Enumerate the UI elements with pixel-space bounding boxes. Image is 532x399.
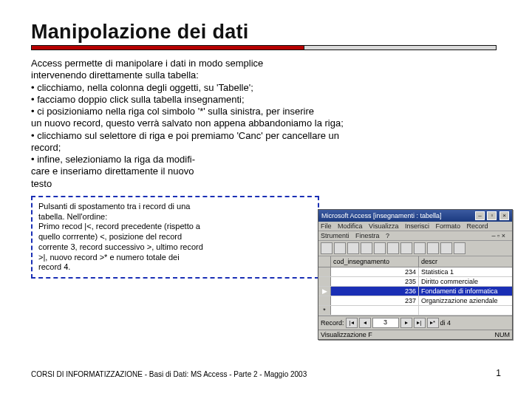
cell-descr[interactable]: Diritto commerciale: [419, 277, 512, 286]
access-window: Microsoft Access [insegnamenti : tabella…: [318, 209, 513, 340]
bullet-2: • facciamo doppio click sulla tabella in…: [31, 94, 489, 106]
menu-file[interactable]: File: [321, 222, 332, 230]
col-header-descr[interactable]: descr: [419, 256, 512, 267]
cell-descr[interactable]: Organizzazione aziendale: [419, 296, 512, 305]
nav-callout: Pulsanti di spostamento tra i record di …: [31, 196, 319, 279]
callout-l6: >|, nuovo record >* e numero totale dei: [38, 253, 312, 263]
callout-l5: corrente 3, record successivo >, ultimo …: [38, 242, 312, 253]
access-toolbar[interactable]: [318, 241, 512, 256]
cell-descr[interactable]: Statistica 1: [419, 267, 512, 276]
cell-descr[interactable]: [419, 306, 512, 315]
access-statusbar: Visualizzazione F NUM: [318, 330, 512, 339]
col-header-cod[interactable]: cod_insegnamento: [331, 256, 419, 267]
bullet-5a: • infine, selezioniamo la riga da modifi…: [31, 154, 312, 166]
toolbar-button[interactable]: [361, 242, 372, 254]
menu-inserisci[interactable]: Inserisci: [405, 222, 429, 230]
cell-cod[interactable]: 236: [331, 287, 419, 296]
table-header: cod_insegnamento descr: [318, 256, 512, 267]
row-selector[interactable]: [318, 277, 331, 286]
menu-visualizza[interactable]: Visualizza: [369, 222, 398, 230]
status-left: Visualizzazione F: [321, 331, 372, 338]
toolbar-button[interactable]: [414, 242, 426, 254]
toolbar-button[interactable]: [321, 242, 332, 254]
access-title-text: Microsoft Access [insegnamenti : tabella…: [321, 212, 442, 219]
access-menubar-1[interactable]: File Modifica Visualizza Inserisci Forma…: [318, 222, 512, 231]
bullet-5c: testo: [31, 178, 312, 190]
toolbar-button[interactable]: [334, 242, 346, 254]
row-selector[interactable]: [318, 267, 331, 276]
cell-cod[interactable]: 234: [331, 267, 419, 276]
bullet-3b: un nuovo record, questo verrà salvato no…: [31, 117, 489, 129]
toolbar-button[interactable]: [427, 242, 439, 254]
menu-help[interactable]: ?: [386, 232, 389, 239]
table-row[interactable]: 237Organizzazione aziendale: [318, 296, 512, 306]
bullet-4b: record;: [31, 142, 489, 154]
toolbar-button[interactable]: [454, 242, 466, 254]
nav-next-button[interactable]: ▸: [400, 318, 412, 328]
nav-new-button[interactable]: ▸*: [427, 318, 439, 328]
slide-title: Manipolazione dei dati: [31, 21, 502, 44]
nav-label: Record:: [321, 319, 344, 327]
menu-formato[interactable]: Formato: [435, 222, 460, 230]
callout-l3: Primo recod |<, record precedente (rispe…: [38, 222, 312, 232]
minimize-icon[interactable]: –: [475, 211, 485, 220]
access-menubar-2[interactable]: Strumenti Finestra ? – ▫ ×: [318, 231, 512, 241]
toolbar-button[interactable]: [440, 242, 452, 254]
bullet-1: • clicchiamo, nella colonna degli oggett…: [31, 82, 489, 94]
intro-line-1: Access permette di manipolare i dati in …: [31, 58, 489, 69]
row-selector[interactable]: [318, 296, 331, 305]
nav-position-input[interactable]: 3: [372, 318, 399, 328]
bullet-3a: • ci posizioniamo nella riga col simbolo…: [31, 106, 489, 117]
close-icon[interactable]: ×: [499, 211, 509, 220]
table-row[interactable]: *: [318, 306, 512, 316]
row-selector[interactable]: ▶: [318, 287, 331, 296]
title-underline: [31, 45, 502, 50]
callout-l2: tabella. Nell'ordine:: [38, 212, 312, 222]
bullet-5b: care e inseriamo direttamente il nuovo: [31, 166, 312, 177]
nav-last-button[interactable]: ▸|: [414, 318, 426, 328]
body-text: Access permette di manipolare i dati in …: [31, 58, 489, 190]
row-selector[interactable]: *: [318, 306, 331, 315]
table-row[interactable]: ▶236Fondamenti di informatica: [318, 287, 512, 296]
inner-window-controls[interactable]: – ▫ ×: [492, 232, 505, 239]
maximize-icon[interactable]: ▫: [487, 211, 497, 220]
cell-cod[interactable]: 237: [331, 296, 419, 305]
table-row[interactable]: 235Diritto commerciale: [318, 277, 512, 287]
callout-l1: Pulsanti di spostamento tra i record di …: [38, 202, 312, 212]
cell-cod[interactable]: [331, 306, 419, 315]
nav-total: di 4: [440, 319, 451, 327]
intro-line-2: intervenendo direttamente sulla tabella:: [31, 69, 489, 81]
callout-l7: record 4.: [38, 262, 312, 273]
page-number: 1: [496, 368, 501, 378]
menu-finestra[interactable]: Finestra: [355, 232, 380, 239]
record-navigator[interactable]: Record: |◂ ◂ 3 ▸ ▸| ▸* di 4: [318, 316, 512, 330]
table-row[interactable]: 234Statistica 1: [318, 267, 512, 277]
toolbar-button[interactable]: [387, 242, 399, 254]
nav-prev-button[interactable]: ◂: [359, 318, 371, 328]
menu-strumenti[interactable]: Strumenti: [321, 232, 349, 239]
toolbar-button[interactable]: [374, 242, 386, 254]
status-right: NUM: [495, 331, 511, 338]
cell-descr[interactable]: Fondamenti di informatica: [419, 287, 512, 296]
nav-first-button[interactable]: |◂: [346, 318, 358, 328]
window-controls[interactable]: – ▫ ×: [474, 211, 509, 220]
bullet-4a: • clicchiamo sul selettore di riga e poi…: [31, 130, 489, 142]
callout-l4: quello corrrente) <, posizione del recor…: [38, 232, 312, 242]
menu-record[interactable]: Record: [467, 222, 488, 230]
cell-cod[interactable]: 235: [331, 277, 419, 286]
slide-footer: CORSI DI INFORMATIZZAZIONE - Basi di Dat…: [31, 370, 307, 378]
toolbar-button[interactable]: [347, 242, 359, 254]
access-titlebar: Microsoft Access [insegnamenti : tabella…: [318, 210, 512, 222]
menu-modifica[interactable]: Modifica: [338, 222, 363, 230]
toolbar-button[interactable]: [400, 242, 412, 254]
